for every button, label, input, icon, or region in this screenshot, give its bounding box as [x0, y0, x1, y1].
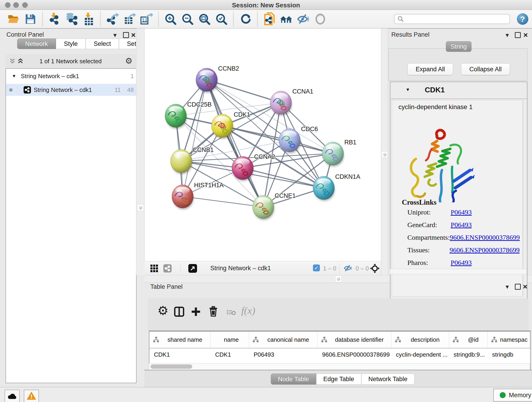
- warnings-button[interactable]: [24, 390, 39, 402]
- share-document-button[interactable]: [263, 12, 276, 26]
- table-cell[interactable]: CDK1: [149, 348, 210, 361]
- network-row[interactable]: String Network – cdk1 11 48: [6, 84, 136, 96]
- network-node-CCNA1[interactable]: [270, 91, 292, 116]
- memory-label: Memory: [509, 392, 531, 399]
- toolbar-separator: [257, 12, 258, 26]
- table-cell[interactable]: P06493: [249, 348, 317, 361]
- table-cell[interactable]: CDK1: [210, 348, 249, 361]
- tab-network-table[interactable]: Network Table: [361, 374, 415, 385]
- crosslink-value-link[interactable]: 9606.ENSP00000378699: [450, 246, 520, 254]
- column-header-database-identifier[interactable]: database identifier: [317, 332, 391, 348]
- table-cell[interactable]: stringdb: [488, 348, 530, 361]
- network-node-CDKN1A[interactable]: [313, 176, 335, 201]
- network-node-CCNB1[interactable]: [171, 149, 192, 174]
- refresh-icon: [239, 13, 251, 25]
- zoom-in-button[interactable]: [164, 12, 177, 26]
- float-panel-icon[interactable]: ▼: [505, 284, 510, 290]
- export-network-button[interactable]: [106, 12, 119, 26]
- delete-column-icon[interactable]: [208, 305, 218, 318]
- fit-content-icon[interactable]: [370, 264, 380, 273]
- network-collection-row[interactable]: ▼ String Network – cdk1 1: [6, 69, 136, 82]
- network-node-RB1[interactable]: [322, 142, 344, 167]
- edge-CCNB2-HIST1H1A[interactable]: [183, 80, 207, 196]
- hide-graphics-button[interactable]: [297, 12, 310, 26]
- results-horizontal-scrollbar[interactable]: [390, 269, 527, 274]
- import-network-database-button[interactable]: [65, 12, 78, 26]
- table-row[interactable]: CDK1CDK1P064939606.ENSP00000378699cyclin…: [149, 348, 530, 361]
- float-panel-icon[interactable]: ▼: [505, 32, 510, 38]
- undock-panel-icon[interactable]: [515, 32, 521, 39]
- edge-CCNB2-CCNA1[interactable]: [207, 80, 281, 103]
- expand-all-button[interactable]: Expand All: [407, 63, 453, 75]
- network-node-CDC25B[interactable]: [165, 104, 187, 129]
- gear-icon[interactable]: ⚙: [125, 57, 133, 65]
- column-header-description[interactable]: description: [391, 332, 449, 348]
- crosslink-value-link[interactable]: P06493: [451, 208, 472, 216]
- hidden-eye-icon[interactable]: [343, 264, 353, 272]
- collapse-all-button[interactable]: Collapse All: [461, 63, 510, 75]
- zoom-selected-button[interactable]: [215, 12, 228, 26]
- tab-edge-table[interactable]: Edge Table: [316, 374, 361, 385]
- export-table-button[interactable]: [123, 12, 136, 26]
- edge-HIST1H1A-CCNE1[interactable]: [183, 196, 263, 207]
- string-home-button[interactable]: [280, 12, 293, 26]
- column-header-name[interactable]: name: [210, 332, 249, 348]
- refresh-button[interactable]: [239, 12, 252, 26]
- help-button[interactable]: ?: [517, 13, 528, 25]
- selected-checkbox[interactable]: ✓: [313, 264, 320, 271]
- left-splitter[interactable]: [136, 28, 145, 275]
- cdk1-header[interactable]: ▼ CDK1: [390, 82, 527, 99]
- tab-network[interactable]: Network: [17, 38, 56, 49]
- tab-style[interactable]: Style: [56, 38, 86, 49]
- search-input[interactable]: [394, 14, 510, 24]
- column-header-shared-name[interactable]: shared name: [149, 332, 210, 348]
- table-cell[interactable]: cyclin-dependent ...: [391, 348, 449, 361]
- show-graphics-button[interactable]: [314, 12, 327, 26]
- tab-select[interactable]: Select: [86, 38, 119, 49]
- horizontal-splitter-handle[interactable]: [335, 276, 342, 282]
- column-header-canonical-name[interactable]: canonical name: [249, 332, 317, 348]
- close-panel-icon[interactable]: ×: [523, 284, 527, 289]
- crosslink-value-link[interactable]: P06493: [451, 259, 472, 267]
- float-panel-icon[interactable]: ▼: [112, 32, 118, 38]
- open-session-button[interactable]: [7, 12, 20, 26]
- close-panel-icon[interactable]: ×: [523, 32, 528, 37]
- results-vertical-scrollbar[interactable]: [523, 100, 526, 296]
- show-columns-icon[interactable]: [174, 306, 184, 318]
- close-panel-icon[interactable]: ×: [131, 32, 136, 37]
- table-cell[interactable]: stringdb:9...: [449, 348, 488, 361]
- string-badge-icon[interactable]: [163, 264, 172, 273]
- crosslink-value-link[interactable]: P06493: [451, 221, 472, 229]
- right-splitter[interactable]: [381, 28, 388, 275]
- add-column-icon[interactable]: [191, 306, 201, 317]
- zoom-out-button[interactable]: [181, 12, 194, 26]
- table-horizontal-scrollbar[interactable]: [149, 363, 530, 370]
- tab-node-table[interactable]: Node Table: [271, 374, 316, 385]
- cloud-button[interactable]: [5, 390, 20, 402]
- tab-string[interactable]: String: [446, 41, 472, 52]
- collapse-entry-icon[interactable]: ▼: [405, 87, 410, 92]
- network-node-CDK1[interactable]: [211, 114, 233, 139]
- save-session-button[interactable]: [24, 12, 37, 26]
- detach-view-icon[interactable]: [188, 264, 197, 273]
- network-node-HIST1H1A[interactable]: [172, 185, 194, 210]
- undock-panel-icon[interactable]: [123, 32, 129, 39]
- column-header-namespac[interactable]: namespac: [488, 332, 530, 348]
- import-table-button[interactable]: [82, 12, 95, 26]
- tree-expander-icon[interactable]: ▼: [12, 74, 16, 79]
- gear-icon[interactable]: ⚙: [157, 304, 168, 317]
- export-image-button[interactable]: [140, 12, 153, 26]
- table-cell[interactable]: 9606.ENSP00000378699: [317, 348, 391, 361]
- network-canvas[interactable]: CCNB2CCNA1CDC25BCDK1CDC6RB1CCNB1CCNA2CDK…: [144, 28, 381, 261]
- import-network-button[interactable]: [48, 12, 61, 26]
- zoom-fit-button[interactable]: [198, 12, 211, 26]
- left-splitter-handle[interactable]: [137, 204, 144, 211]
- birdseye-grid-icon[interactable]: [150, 264, 158, 273]
- scrollbar-thumb[interactable]: [151, 364, 192, 369]
- network-node-CCNE1[interactable]: [253, 195, 274, 220]
- column-header--id[interactable]: @id: [449, 332, 488, 348]
- undock-panel-icon[interactable]: [515, 284, 521, 291]
- right-splitter-handle[interactable]: [381, 151, 388, 158]
- memory-button[interactable]: Memory: [493, 389, 532, 402]
- crosslink-value-link[interactable]: 9606.ENSP00000378699: [450, 234, 520, 241]
